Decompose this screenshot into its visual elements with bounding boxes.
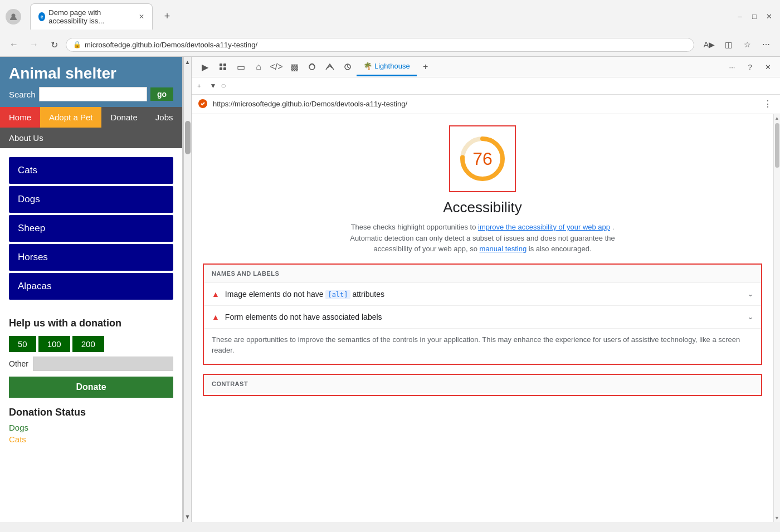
nav-jobs[interactable]: Jobs: [147, 107, 182, 128]
names-labels-section: NAMES AND LABELS ▲ Image elements do not…: [203, 263, 762, 365]
audit-alt-label-part2: attributes: [350, 290, 384, 299]
plus-icon: +: [197, 82, 201, 89]
audit-alt-label: Image elements do not have [alt] attribu…: [225, 290, 742, 299]
favorites-btn[interactable]: ☆: [739, 36, 755, 53]
audit-chevron-2: ⌄: [748, 313, 753, 321]
site-search: Search go: [9, 87, 173, 101]
devtools-more-controls: ··· ? ✕: [724, 59, 776, 75]
donation-status-section: Donation Status Dogs Cats: [0, 407, 182, 452]
svg-rect-4: [223, 67, 226, 70]
donation-title: Help us with a donation: [9, 318, 173, 329]
website-panel: Animal shelter Search go Home Adopt a Pe…: [0, 57, 184, 522]
more-options-btn[interactable]: ···: [724, 59, 740, 75]
network-tool-btn[interactable]: [321, 57, 339, 77]
help-btn[interactable]: ?: [742, 59, 758, 75]
menu-horses[interactable]: Horses: [9, 244, 173, 271]
menu-dogs[interactable]: Dogs: [9, 186, 173, 213]
refresh-button[interactable]: ↻: [46, 36, 62, 53]
close-button[interactable]: ✕: [763, 11, 774, 22]
score-section: 76 Accessibility These checks highlight …: [203, 125, 762, 255]
settings-tool-btn[interactable]: [339, 57, 357, 77]
read-aloud-btn[interactable]: A▶: [701, 36, 718, 53]
audit-warning-icon-2: ▲: [212, 313, 220, 321]
donation-amounts: 50 100 200: [9, 336, 173, 352]
bug-tool-btn[interactable]: [303, 57, 321, 77]
lighthouse-icon: 🌴: [363, 62, 372, 70]
lock-icon: 🔒: [73, 41, 81, 48]
audit-item-alt[interactable]: ▲ Image elements do not have [alt] attri…: [204, 283, 761, 306]
cancel-icon[interactable]: ○: [221, 81, 226, 91]
search-input[interactable]: [39, 87, 147, 101]
lighthouse-tab[interactable]: 🌴 Lighthouse: [357, 57, 417, 76]
donation-other: Other: [9, 357, 173, 371]
score-number: 76: [472, 149, 493, 169]
left-scrollbar[interactable]: ▲ ▼: [184, 57, 192, 522]
address-bar[interactable]: 🔒 microsoftedge.github.io/Demos/devtools…: [66, 38, 694, 52]
score-title: Accessibility: [443, 199, 522, 216]
other-label: Other: [9, 359, 28, 368]
svg-rect-1: [220, 64, 222, 66]
audit-chevron-1: ⌄: [748, 290, 753, 298]
tab-close-btn[interactable]: ✕: [139, 13, 144, 21]
lighthouse-url-menu-btn[interactable]: ⋮: [761, 97, 774, 110]
site-menu: Cats Dogs Sheep Horses Alpacas: [0, 148, 182, 309]
forward-button[interactable]: →: [26, 36, 42, 53]
nav-home[interactable]: Home: [0, 107, 40, 128]
site-header: Animal shelter Search go: [0, 57, 182, 107]
audit-item-labels[interactable]: ▲ Form elements do not have associated l…: [204, 306, 761, 329]
donate-200-btn[interactable]: 200: [72, 336, 104, 352]
search-label: Search: [9, 90, 36, 99]
status-dogs: Dogs: [9, 423, 173, 432]
menu-cats[interactable]: Cats: [9, 157, 173, 184]
url-text: microsoftedge.github.io/Demos/devtools-a…: [85, 41, 687, 49]
audit-warning-icon-1: ▲: [212, 290, 220, 299]
score-circle-container: 76: [449, 125, 516, 192]
extensions-btn[interactable]: ⋯: [758, 36, 774, 53]
back-button[interactable]: ←: [6, 36, 22, 53]
devtools-panel: ▶ ▭ ⌂ </> ▩ 🌴 Lighthouse + ···: [192, 57, 780, 522]
add-tab-btn[interactable]: +: [417, 57, 435, 77]
donate-button[interactable]: Donate: [9, 377, 173, 398]
other-amount-input[interactable]: [33, 357, 173, 371]
devtools-toolbar: ▶ ▭ ⌂ </> ▩ 🌴 Lighthouse + ···: [192, 57, 780, 77]
svg-rect-2: [223, 64, 226, 66]
audit-labels-label: Form elements do not have associated lab…: [225, 313, 742, 321]
nav-about[interactable]: About Us: [0, 128, 52, 148]
lighthouse-info-bar: + ▼ ○: [192, 77, 780, 95]
active-tab[interactable]: e Demo page with accessibility iss... ✕: [30, 3, 153, 30]
new-tab-button[interactable]: +: [159, 9, 175, 25]
nav-donate[interactable]: Donate: [101, 107, 146, 128]
media-tool-btn[interactable]: ▩: [285, 57, 303, 77]
nav-adopt[interactable]: Adopt a Pet: [40, 107, 101, 128]
score-description: These checks highlight opportunities to …: [338, 222, 627, 255]
home-tool-btn[interactable]: ⌂: [250, 57, 267, 77]
right-scrollbar[interactable]: ▲ ▼: [773, 114, 780, 522]
status-cats: Cats: [9, 435, 173, 444]
menu-sheep[interactable]: Sheep: [9, 215, 173, 242]
minimize-button[interactable]: –: [734, 11, 745, 22]
donate-50-btn[interactable]: 50: [9, 336, 36, 352]
device-toggle-btn[interactable]: ▭: [232, 57, 250, 77]
menu-alpacas[interactable]: Alpacas: [9, 273, 173, 300]
search-go-button[interactable]: go: [150, 87, 173, 101]
lighthouse-content: 76 Accessibility These checks highlight …: [192, 114, 773, 522]
donate-100-btn[interactable]: 100: [38, 336, 70, 352]
improve-link[interactable]: improve the accessibility of your web ap…: [478, 223, 610, 231]
code-tool-btn[interactable]: </>: [267, 57, 285, 77]
split-screen-btn[interactable]: ◫: [720, 36, 737, 53]
score-desc-part1: These checks highlight opportunities to: [351, 223, 476, 231]
donation-status-title: Donation Status: [9, 407, 173, 418]
lighthouse-url-row: https://microsoftedge.github.io/Demos/de…: [192, 95, 780, 114]
inspect-tool-btn[interactable]: [214, 57, 232, 77]
audit-alt-code: [alt]: [325, 290, 350, 299]
restore-button[interactable]: □: [749, 11, 760, 22]
pointer-tool-btn[interactable]: ▶: [196, 57, 214, 77]
score-desc-part3: is also encouraged.: [529, 245, 592, 253]
contrast-header: CONTRAST: [204, 375, 761, 393]
close-devtools-btn[interactable]: ✕: [760, 59, 776, 75]
tab-title: Demo page with accessibility iss...: [48, 8, 133, 25]
dropdown-icon[interactable]: ▼: [209, 82, 216, 90]
audit-alt-label-part1: Image elements do not have: [225, 290, 326, 299]
manual-testing-link[interactable]: manual testing: [480, 245, 527, 253]
audit-note: These are opportunities to improve the s…: [204, 329, 761, 364]
